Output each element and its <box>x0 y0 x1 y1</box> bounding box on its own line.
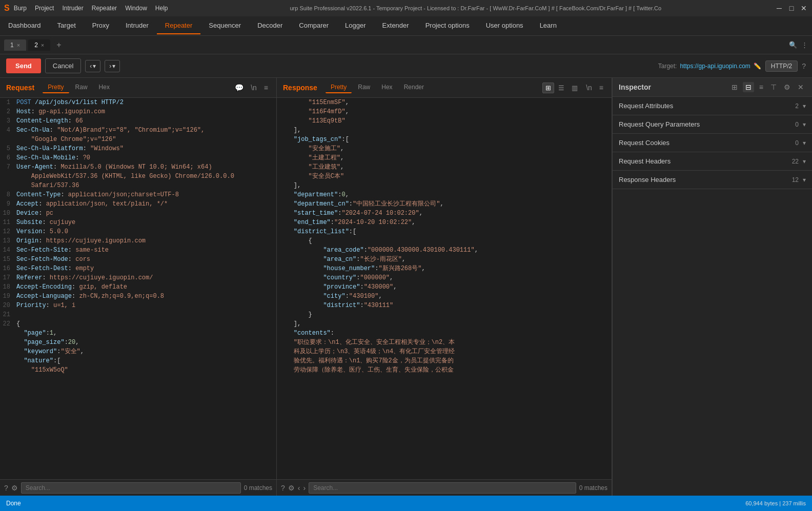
menu-burp[interactable]: Burp <box>14 5 27 12</box>
req-line-14: 14Sec-Fetch-Site: same-site <box>0 246 276 255</box>
prev-button[interactable]: ‹ ▾ <box>85 60 100 72</box>
tab-logger[interactable]: Logger <box>337 17 374 34</box>
resp-search-next-icon[interactable]: › <box>303 484 306 492</box>
edit-target-icon[interactable]: ✏️ <box>754 63 761 70</box>
menu-repeater[interactable]: Repeater <box>92 5 117 12</box>
req-line-11: 11Subsite: cujiuye <box>0 218 276 227</box>
inspector-request-headers[interactable]: Request Headers 22 ▾ <box>613 152 812 171</box>
tab-project-options[interactable]: Project options <box>417 17 478 34</box>
repeater-tab-2-close[interactable]: × <box>41 42 44 48</box>
response-code-area[interactable]: "115EnmSF", "116F4mfD", "113Eq9tB" ], "j… <box>277 98 612 479</box>
tab-proxy[interactable]: Proxy <box>84 17 117 34</box>
menu-icon[interactable]: ≡ <box>262 83 270 93</box>
status-bytes: 60,944 bytes | 237 millis <box>745 500 806 506</box>
split-view-icon[interactable]: ⊞ <box>542 83 554 93</box>
resp-search-help-icon[interactable]: ? <box>281 484 285 492</box>
request-headers-label: Request Headers <box>619 157 792 165</box>
http-version-selector[interactable]: HTTP/2 <box>765 60 798 72</box>
menu-help[interactable]: Help <box>155 5 168 12</box>
resp-search-prev-icon[interactable]: ‹ <box>298 484 300 492</box>
cancel-button[interactable]: Cancel <box>45 58 81 73</box>
tab-learn[interactable]: Learn <box>532 17 565 34</box>
inspector-header: Inspector ⊞ ⊟ ≡ ⊤ ⚙ ✕ <box>613 78 812 97</box>
req-line-25: "keyword":"安全", <box>0 347 276 356</box>
target-url: https://gp-api.iguopin.com <box>680 63 750 70</box>
minimize-button[interactable]: ─ <box>775 4 783 12</box>
repeater-tab-1[interactable]: 1 × <box>4 39 26 51</box>
resp-line-18: "area_cn":"长沙-雨花区", <box>277 255 612 264</box>
req-line-16: 16Sec-Fetch-Dest: empty <box>0 264 276 273</box>
repeater-tab-1-close[interactable]: × <box>17 42 20 48</box>
resp-line-20: "country":"000000", <box>277 273 612 282</box>
send-button[interactable]: Send <box>6 58 41 73</box>
req-line-7b: AppleWebKit/537.36 (KHTML, like Gecko) C… <box>0 172 276 181</box>
tab-extender[interactable]: Extender <box>374 17 417 34</box>
req-line-7c: Safari/537.36 <box>0 181 276 190</box>
message-icon[interactable]: 💬 <box>233 83 246 93</box>
more-icon[interactable]: ⋮ <box>801 41 808 49</box>
response-tab-hex[interactable]: Hex <box>376 82 397 93</box>
tab-repeater[interactable]: Repeater <box>157 17 200 34</box>
response-tab-render[interactable]: Render <box>399 82 429 93</box>
req-line-27: "115xW5oQ" <box>0 365 276 375</box>
resp-line-13: "start_time":"2024-07-24 10:02:20", <box>277 209 612 218</box>
repeater-tab-2[interactable]: 2 × <box>28 39 50 51</box>
search-icon[interactable]: 🔍 <box>789 41 797 49</box>
inspector-split-icon[interactable]: ⊤ <box>768 82 779 92</box>
vertical-view-icon[interactable]: ▥ <box>569 83 581 93</box>
search-help-icon[interactable]: ? <box>4 484 8 492</box>
menu-intruder[interactable]: Intruder <box>62 5 83 12</box>
menu-window[interactable]: Window <box>125 5 147 12</box>
request-tab-raw[interactable]: Raw <box>70 82 93 93</box>
inspector-close-icon[interactable]: ✕ <box>796 82 806 92</box>
inspector-list-icon[interactable]: ≡ <box>757 82 765 92</box>
inspector-response-headers[interactable]: Response Headers 12 ▾ <box>613 171 812 189</box>
newline-icon[interactable]: \n <box>584 83 594 93</box>
tab-target[interactable]: Target <box>49 17 84 34</box>
tab-user-options[interactable]: User options <box>478 17 532 34</box>
req-line-24: "page_size":20, <box>0 338 276 347</box>
inspector-view-icon-1[interactable]: ⊞ <box>729 82 740 92</box>
title-bar: S Burp Project Intruder Repeater Window … <box>0 0 812 16</box>
search-settings-icon[interactable]: ⚙ <box>11 484 18 492</box>
repeater-tab-add[interactable]: + <box>52 39 65 51</box>
inspector-cookies[interactable]: Request Cookies 0 ▾ <box>613 134 812 152</box>
help-icon[interactable]: ? <box>802 62 806 70</box>
request-search-input[interactable] <box>21 482 241 494</box>
tab-dashboard[interactable]: Dashboard <box>0 17 49 34</box>
request-match-count: 0 matches <box>244 484 272 492</box>
inspector-request-attributes[interactable]: Request Attributes 2 ▾ <box>613 97 812 115</box>
request-attributes-count: 2 <box>795 103 799 110</box>
inspector-settings-icon[interactable]: ⚙ <box>782 82 793 92</box>
request-code-area[interactable]: 1POST /api/jobs/v1/list HTTP/2 2Host: gp… <box>0 98 276 479</box>
menu-project[interactable]: Project <box>35 5 54 12</box>
next-button[interactable]: › ▾ <box>105 60 120 72</box>
resp-line-17: "area_code":"000000.430000.430100.430111… <box>277 246 612 255</box>
req-line-17: 17Referer: https://cujiuye.iguopin.com/ <box>0 273 276 282</box>
resp-search-settings-icon[interactable]: ⚙ <box>288 484 295 492</box>
resp-line-29: 验优先。福利待遇：\n1、购买7险2金，为员工提供完备的 <box>277 356 612 365</box>
status-bar: Done 60,944 bytes | 237 millis <box>0 496 812 511</box>
resp-line-28: 科及以上学历；\n3、英语4级；\n4、有化工厂安全管理经 <box>277 347 612 356</box>
inspector-view-icon-2[interactable]: ⊟ <box>743 82 754 92</box>
resp-line-25: ], <box>277 319 612 329</box>
resp-line-30: 劳动保障（除养老、医疗、工伤、生育、失业保险，公积金 <box>277 365 612 375</box>
tab-comparer[interactable]: Comparer <box>291 17 337 34</box>
request-tab-pretty[interactable]: Pretty <box>43 82 69 93</box>
menu-icon[interactable]: ≡ <box>597 83 605 93</box>
maximize-button[interactable]: □ <box>787 4 796 12</box>
request-tab-hex[interactable]: Hex <box>94 82 115 93</box>
response-search-input[interactable] <box>309 482 576 494</box>
response-tab-pretty[interactable]: Pretty <box>326 82 352 93</box>
chevron-down-icon: ▾ <box>803 103 806 110</box>
horizontal-view-icon[interactable]: ☰ <box>555 83 567 93</box>
inspector-query-params[interactable]: Request Query Parameters 0 ▾ <box>613 115 812 134</box>
close-button[interactable]: ✕ <box>800 4 808 12</box>
query-params-label: Request Query Parameters <box>619 120 795 128</box>
response-panel: Response Pretty Raw Hex Render ⊞ ☰ ▥ \n … <box>277 78 612 496</box>
tab-intruder[interactable]: Intruder <box>117 17 157 34</box>
tab-decoder[interactable]: Decoder <box>249 17 291 34</box>
response-tab-raw[interactable]: Raw <box>353 82 375 93</box>
newline-icon[interactable]: \n <box>249 83 259 93</box>
tab-sequencer[interactable]: Sequencer <box>200 17 249 34</box>
